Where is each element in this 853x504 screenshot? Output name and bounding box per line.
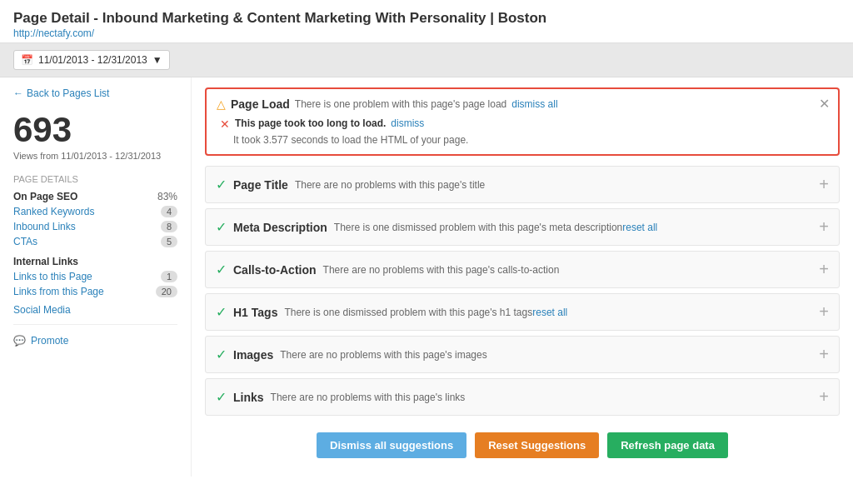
calendar-icon: 📅 xyxy=(21,54,33,66)
check-icon: ✓ xyxy=(216,219,227,235)
internal-links-label: Internal Links xyxy=(13,256,78,267)
seo-reset-link[interactable]: reset all xyxy=(532,307,567,318)
links-from-page-link[interactable]: Links from this Page xyxy=(13,286,104,297)
seo-rows-container: ✓ Page Title There are no problems with … xyxy=(205,166,840,416)
promote-label: Promote xyxy=(31,335,68,347)
on-page-seo-value: 83% xyxy=(157,191,177,202)
reset-suggestions-button[interactable]: Reset Suggestions xyxy=(475,432,599,458)
right-panel: △ Page Load There is one problem with th… xyxy=(192,77,853,477)
ctas-badge: 5 xyxy=(161,236,177,247)
alert-box: △ Page Load There is one problem with th… xyxy=(205,87,840,156)
expand-icon[interactable]: + xyxy=(819,260,829,279)
alert-close-button[interactable]: ✕ xyxy=(819,96,830,112)
promote-button[interactable]: 💬 Promote xyxy=(13,335,177,347)
on-page-seo-label: On Page SEO xyxy=(13,191,77,202)
ranked-keywords-badge: 4 xyxy=(161,206,177,217)
seo-row-title: Meta Description xyxy=(233,221,327,234)
links-to-page-badge: 1 xyxy=(161,271,177,282)
alert-error-dismiss-link[interactable]: dismiss xyxy=(391,117,424,129)
links-to-page-link[interactable]: Links to this Page xyxy=(13,271,92,282)
bottom-bar: Dismiss all suggestions Reset Suggestion… xyxy=(205,421,840,467)
dismiss-all-alert-link[interactable]: dismiss all xyxy=(511,98,557,110)
social-media-link[interactable]: Social Media xyxy=(13,304,71,316)
expand-icon[interactable]: + xyxy=(819,345,829,364)
seo-row-desc: There is one dismissed problem with this… xyxy=(284,307,812,318)
seo-row-desc: There are no problems with this page's l… xyxy=(271,392,813,403)
seo-reset-link[interactable]: reset all xyxy=(622,222,657,233)
check-icon: ✓ xyxy=(216,389,227,405)
seo-row-title: H1 Tags xyxy=(233,306,277,319)
date-range-label: 11/01/2013 - 12/31/2013 xyxy=(38,54,147,66)
views-count: 693 xyxy=(13,112,177,147)
seo-row[interactable]: ✓ Page Title There are no problems with … xyxy=(205,166,840,203)
expand-icon[interactable]: + xyxy=(819,217,829,237)
expand-icon[interactable]: + xyxy=(819,302,829,322)
seo-row[interactable]: ✓ H1 Tags There is one dismissed problem… xyxy=(205,293,840,331)
page-details-label: Page Details xyxy=(13,174,177,184)
views-date-label: Views from 11/01/2013 - 12/31/2013 xyxy=(13,151,177,161)
check-icon: ✓ xyxy=(216,262,227,277)
seo-row-title: Links xyxy=(233,391,264,404)
seo-row[interactable]: ✓ Calls-to-Action There are no problems … xyxy=(205,251,840,288)
alert-error-label: This page took too long to load. xyxy=(235,117,386,129)
check-icon: ✓ xyxy=(216,177,227,192)
refresh-page-data-button[interactable]: Refresh page data xyxy=(607,432,728,458)
seo-row-desc: There is one dismissed problem with this… xyxy=(334,222,813,233)
seo-row-title: Images xyxy=(233,348,273,362)
expand-icon[interactable]: + xyxy=(819,387,829,407)
chevron-down-icon: ▼ xyxy=(152,54,162,66)
back-to-pages-link[interactable]: ← Back to Pages List xyxy=(13,87,177,99)
page-url-link[interactable]: http://nectafy.com/ xyxy=(13,27,94,39)
expand-icon[interactable]: + xyxy=(819,175,829,194)
back-link-label: Back to Pages List xyxy=(27,87,109,99)
seo-row[interactable]: ✓ Images There are no problems with this… xyxy=(205,336,840,373)
dismiss-all-button[interactable]: Dismiss all suggestions xyxy=(317,432,466,458)
seo-row-desc: There are no problems with this page's i… xyxy=(280,349,812,361)
arrow-left-icon: ← xyxy=(13,87,23,99)
promote-icon: 💬 xyxy=(13,335,26,347)
ranked-keywords-link[interactable]: Ranked Keywords xyxy=(13,206,94,217)
error-circle-icon: ✕ xyxy=(220,117,230,131)
inbound-links-link[interactable]: Inbound Links xyxy=(13,221,76,232)
seo-row-desc: There are no problems with this page's t… xyxy=(295,179,812,191)
seo-row[interactable]: ✓ Links There are no problems with this … xyxy=(205,378,840,416)
seo-row-title: Page Title xyxy=(233,178,288,192)
warning-icon: △ xyxy=(217,97,226,111)
check-icon: ✓ xyxy=(216,347,227,362)
check-icon: ✓ xyxy=(216,304,227,320)
seo-row-title: Calls-to-Action xyxy=(233,263,317,277)
date-range-picker[interactable]: 📅 11/01/2013 - 12/31/2013 ▼ xyxy=(13,50,170,70)
ctas-link[interactable]: CTAs xyxy=(13,236,37,247)
seo-row-desc: There are no problems with this page's c… xyxy=(323,264,813,276)
links-from-page-badge: 20 xyxy=(156,286,177,297)
sidebar: ← Back to Pages List 693 Views from 11/0… xyxy=(0,77,192,477)
inbound-links-badge: 8 xyxy=(161,221,177,232)
alert-title: Page Load xyxy=(231,97,290,111)
alert-error-detail: It took 3.577 seconds to load the HTML o… xyxy=(217,134,828,146)
alert-header-desc: There is one problem with this page's pa… xyxy=(295,98,506,110)
seo-row[interactable]: ✓ Meta Description There is one dismisse… xyxy=(205,208,840,246)
page-title: Page Detail - Inbound Marketing & Conten… xyxy=(13,10,840,27)
